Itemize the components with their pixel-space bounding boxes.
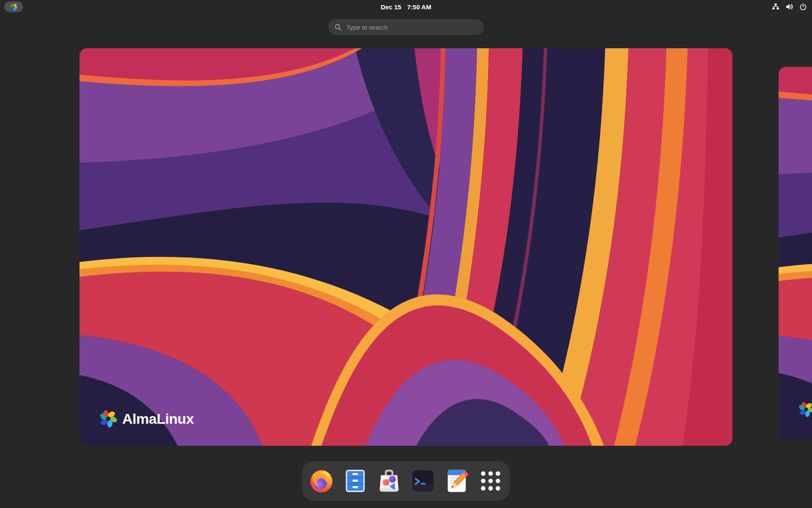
dock-item-app-grid[interactable] xyxy=(477,467,504,494)
clock-time: 7:50 AM xyxy=(407,3,431,11)
wallpaper-logo-text: AlmaLinux xyxy=(122,411,194,427)
top-bar: Dec 15 7:50 AM xyxy=(0,0,812,14)
wallpaper-logo-badge: AlmaLinux xyxy=(99,409,194,428)
network-wired-icon xyxy=(772,3,779,11)
search-icon xyxy=(335,24,342,31)
wallpaper-logo-badge: AlmaLinux xyxy=(798,401,812,417)
dock-item-terminal[interactable] xyxy=(409,467,436,494)
clock-menu-button[interactable]: Dec 15 7:50 AM xyxy=(381,0,431,14)
text-editor-icon xyxy=(444,468,470,494)
power-icon xyxy=(799,3,807,11)
search-input[interactable] xyxy=(346,23,477,31)
volume-high-icon xyxy=(785,3,793,11)
almalinux-logo-icon xyxy=(798,401,812,417)
activities-button[interactable] xyxy=(4,1,23,12)
firefox-icon xyxy=(308,468,335,494)
almalinux-logo-icon xyxy=(10,3,18,11)
dock-item-files[interactable] xyxy=(342,467,369,494)
almalinux-wallpaper xyxy=(80,48,732,446)
almalinux-logo-icon xyxy=(99,409,118,428)
terminal-icon xyxy=(410,468,436,494)
software-icon xyxy=(376,468,402,494)
workspace-preview-next[interactable]: AlmaLinux xyxy=(779,67,812,439)
app-grid-icon xyxy=(477,468,504,494)
system-status-menu[interactable] xyxy=(772,0,807,14)
dock-item-software[interactable] xyxy=(376,467,403,494)
dock-item-text-editor[interactable] xyxy=(443,467,470,494)
workspace-preview-current[interactable]: AlmaLinux xyxy=(80,48,732,446)
gnome-activities-overview: Dec 15 7:50 AM xyxy=(0,0,812,508)
clock-date: Dec 15 xyxy=(381,3,401,11)
search-bar[interactable] xyxy=(328,19,484,35)
dock-item-firefox[interactable] xyxy=(308,467,335,494)
almalinux-wallpaper xyxy=(779,67,812,439)
dash-dock xyxy=(302,461,510,501)
files-icon xyxy=(342,468,368,494)
